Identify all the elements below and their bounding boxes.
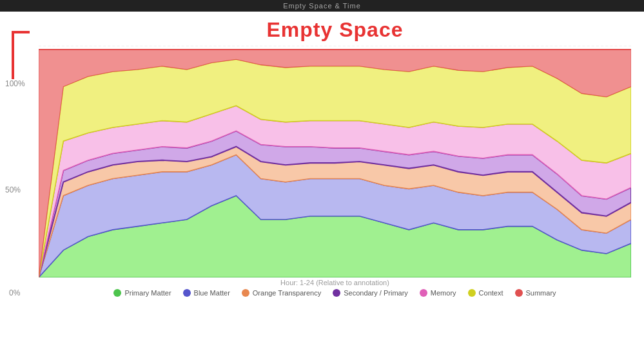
- legend-item-red: Summary: [515, 289, 556, 297]
- chart-container: Empty Space 1 2 3 4 5 6: [0, 12, 644, 327]
- legend-dot-blue: [183, 289, 191, 297]
- legend-label-blue: Blue Matter: [194, 289, 230, 297]
- legend-item-pink: Memory: [420, 289, 456, 297]
- legend-dot-pink: [420, 289, 427, 297]
- area-chart: 1 2 3 4 5 6 7 8 9 10 11 12 13 14 15 16 1…: [39, 46, 631, 277]
- y-label-0: 0%: [9, 288, 20, 297]
- red-bracket: [12, 31, 30, 79]
- legend-label-purple: Secondary / Primary: [344, 289, 408, 297]
- legend-label-yellow: Context: [479, 289, 503, 297]
- legend-item-yellow: Context: [468, 289, 503, 297]
- legend-dot-yellow: [468, 289, 476, 297]
- legend-container: Primary Matter Blue Matter Orange Transp…: [39, 289, 631, 297]
- legend-dot-green: [113, 289, 121, 297]
- top-bar: Empty Space & Time: [0, 0, 644, 12]
- legend-label-green: Primary Matter: [124, 289, 171, 297]
- legend-dot-purple: [333, 289, 340, 297]
- y-label-50: 50%: [5, 185, 21, 194]
- legend-item-orange: Orange Transparency: [242, 289, 321, 297]
- x-axis-label: Hour: 1-24 (Relative to annotation): [39, 279, 631, 286]
- legend-label-red: Summary: [526, 289, 556, 297]
- legend-item-purple: Secondary / Primary: [333, 289, 408, 297]
- legend-dot-red: [515, 289, 523, 297]
- legend-item-blue: Blue Matter: [183, 289, 230, 297]
- legend-label-orange: Orange Transparency: [253, 289, 321, 297]
- legend-dot-orange: [242, 289, 249, 297]
- chart-title: Empty Space: [39, 18, 631, 42]
- legend-item-green: Primary Matter: [113, 289, 171, 297]
- legend-label-pink: Memory: [431, 289, 456, 297]
- top-bar-title: Empty Space & Time: [283, 2, 361, 10]
- y-label-100: 100%: [5, 79, 25, 88]
